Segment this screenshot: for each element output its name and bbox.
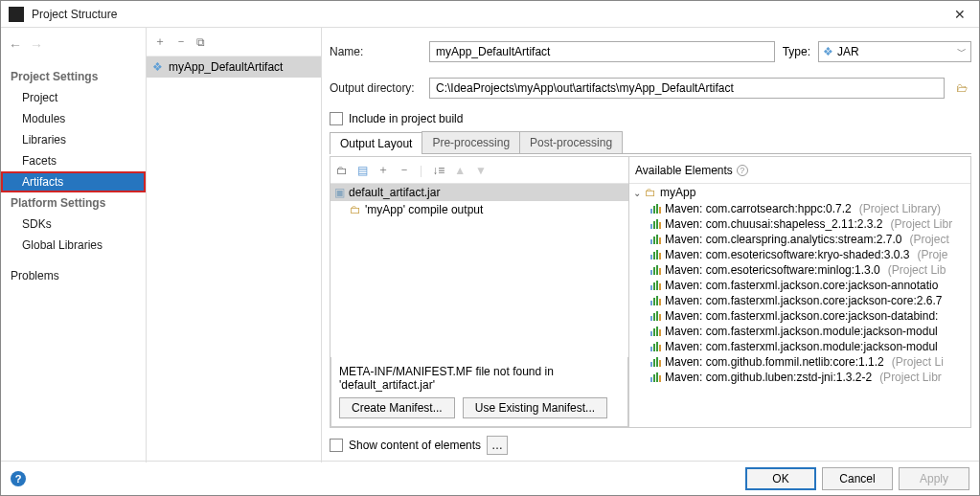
library-icon: [650, 265, 661, 275]
sidebar-item-global-libraries[interactable]: Global Libraries: [1, 235, 146, 256]
browse-folder-icon[interactable]: 🗁: [952, 81, 971, 95]
name-input[interactable]: [429, 41, 775, 62]
library-label: Maven: com.chuusai:shapeless_2.11:2.3.2: [665, 217, 882, 231]
library-row[interactable]: Maven: com.chuusai:shapeless_2.11:2.3.2(…: [629, 216, 970, 232]
library-row[interactable]: Maven: com.github.luben:zstd-jni:1.3.2-2…: [629, 370, 970, 385]
outdir-label: Output directory:: [330, 81, 422, 95]
create-manifest-button[interactable]: Create Manifest...: [339, 397, 455, 418]
module-label: myApp: [660, 186, 695, 199]
library-scope: (Project Library): [859, 202, 941, 215]
library-icon: [650, 311, 661, 321]
chevron-down-icon: ⌄: [633, 188, 641, 198]
sidebar-item-problems[interactable]: Problems: [1, 265, 146, 286]
sidebar-item-artifacts[interactable]: Artifacts: [1, 171, 146, 192]
library-scope: (Project Libr: [879, 371, 942, 384]
sidebar-item-sdks[interactable]: SDKs: [1, 214, 146, 235]
manifest-panel: META-INF/MANIFEST.MF file not found in '…: [330, 357, 628, 427]
move-down-icon[interactable]: ▼: [475, 164, 487, 177]
library-label: Maven: com.fasterxml.jackson.module:jack…: [665, 325, 938, 338]
library-row[interactable]: Maven: com.fasterxml.jackson.module:jack…: [629, 339, 970, 354]
tree-compile-output[interactable]: 🗀 'myApp' compile output: [330, 201, 628, 218]
nav-forward-icon[interactable]: →: [30, 37, 43, 53]
library-row[interactable]: Maven: com.github.fommil.netlib:core:1.1…: [629, 354, 970, 370]
sidebar: ← → Project Settings Project Modules Lib…: [1, 28, 147, 462]
section-project-settings: Project Settings: [1, 66, 146, 87]
library-label: Maven: com.fasterxml.jackson.core:jackso…: [665, 309, 938, 323]
move-up-icon[interactable]: ▲: [454, 164, 466, 177]
new-folder-icon[interactable]: 🗀: [336, 164, 348, 177]
copy-icon[interactable]: ⧉: [196, 35, 205, 49]
sidebar-item-libraries[interactable]: Libraries: [1, 129, 146, 150]
sort-icon[interactable]: ↓≡: [432, 164, 444, 177]
output-layout-tree-panel: 🗀 ▤ ＋ － | ↓≡ ▲ ▼ ▣ default_artifact.jar …: [330, 156, 629, 428]
library-icon: [650, 235, 661, 244]
library-label: Maven: com.fasterxml.jackson.module:jack…: [665, 340, 938, 353]
library-label: Maven: com.fasterxml.jackson.core:jackso…: [665, 294, 942, 307]
show-content-checkbox[interactable]: [330, 439, 343, 452]
close-icon[interactable]: ✕: [948, 5, 971, 24]
remove-icon[interactable]: －: [175, 34, 187, 50]
library-icon: [650, 204, 661, 214]
library-label: Maven: com.fasterxml.jackson.core:jackso…: [665, 279, 938, 292]
jar-icon: ❖: [823, 45, 833, 58]
artifact-list-item[interactable]: ❖ myApp_DefaultArtifact: [147, 56, 321, 78]
library-icon: [650, 219, 661, 229]
artifact-icon: ❖: [152, 60, 163, 74]
show-content-label: Show content of elements: [349, 439, 481, 452]
module-row[interactable]: ⌄ 🗀 myApp: [629, 184, 970, 201]
type-label: Type:: [783, 45, 810, 58]
include-label: Include in project build: [349, 112, 463, 125]
tree-root-archive[interactable]: ▣ default_artifact.jar: [330, 184, 628, 201]
chevron-down-icon: ﹀: [957, 45, 967, 58]
sidebar-item-facets[interactable]: Facets: [1, 150, 146, 171]
ellipsis-button[interactable]: …: [487, 436, 508, 455]
nav-back-icon[interactable]: ←: [9, 37, 22, 53]
tab-post-processing[interactable]: Post-processing: [519, 131, 623, 153]
add-copy-icon[interactable]: ＋: [377, 162, 389, 178]
module-folder-icon: 🗀: [645, 186, 656, 199]
tabs: Output Layout Pre-processing Post-proces…: [330, 131, 971, 154]
apply-button[interactable]: Apply: [899, 467, 969, 490]
tab-pre-processing[interactable]: Pre-processing: [422, 131, 520, 153]
type-value: JAR: [837, 45, 859, 58]
library-row[interactable]: Maven: com.carrotsearch:hppc:0.7.2(Proje…: [629, 201, 970, 216]
type-select[interactable]: ❖JAR ﹀: [818, 41, 971, 62]
library-row[interactable]: Maven: com.esotericsoftware:kryo-shaded:…: [629, 247, 970, 262]
titlebar: Project Structure ✕: [1, 1, 979, 28]
library-icon: [650, 327, 661, 336]
archive-icon: ▣: [334, 186, 345, 199]
library-label: Maven: com.clearspring.analytics:stream:…: [665, 233, 901, 246]
library-icon: [650, 342, 661, 351]
artifact-list-panel: ＋ － ⧉ ❖ myApp_DefaultArtifact: [147, 28, 322, 462]
outdir-input[interactable]: [429, 78, 945, 99]
library-icon: [650, 296, 661, 305]
add-icon[interactable]: ＋: [154, 34, 166, 50]
library-label: Maven: com.github.luben:zstd-jni:1.3.2-2: [665, 371, 872, 384]
library-row[interactable]: Maven: com.esotericsoftware:minlog:1.3.0…: [629, 262, 970, 278]
ok-button[interactable]: OK: [745, 467, 816, 490]
library-row[interactable]: Maven: com.fasterxml.jackson.module:jack…: [629, 324, 970, 339]
library-row[interactable]: Maven: com.clearspring.analytics:stream:…: [629, 232, 970, 247]
new-archive-icon[interactable]: ▤: [357, 164, 368, 177]
name-label: Name:: [330, 45, 422, 58]
library-scope: (Project: [909, 233, 948, 246]
tab-output-layout[interactable]: Output Layout: [330, 132, 422, 154]
help-icon[interactable]: ?: [737, 165, 748, 176]
cancel-button[interactable]: Cancel: [822, 467, 893, 490]
help-button[interactable]: ?: [11, 471, 26, 486]
right-pane: Name: Type: ❖JAR ﹀ Output directory: 🗁 I…: [322, 28, 979, 462]
library-row[interactable]: Maven: com.fasterxml.jackson.core:jackso…: [629, 278, 970, 293]
include-checkbox[interactable]: [330, 112, 343, 125]
library-row[interactable]: Maven: com.fasterxml.jackson.core:jackso…: [629, 293, 970, 308]
library-icon: [650, 357, 661, 367]
library-row[interactable]: Maven: com.fasterxml.jackson.core:jackso…: [629, 308, 970, 324]
use-existing-manifest-button[interactable]: Use Existing Manifest...: [463, 397, 607, 418]
library-scope: (Project Li: [892, 355, 944, 369]
sidebar-item-modules[interactable]: Modules: [1, 108, 146, 129]
available-elements-panel: Available Elements ? ⌄ 🗀 myApp Maven: co…: [629, 156, 971, 428]
artifact-list-label: myApp_DefaultArtifact: [169, 60, 283, 74]
app-icon: [9, 7, 24, 22]
window-title: Project Structure: [32, 8, 948, 21]
sidebar-item-project[interactable]: Project: [1, 87, 146, 108]
remove-item-icon[interactable]: －: [399, 162, 410, 178]
